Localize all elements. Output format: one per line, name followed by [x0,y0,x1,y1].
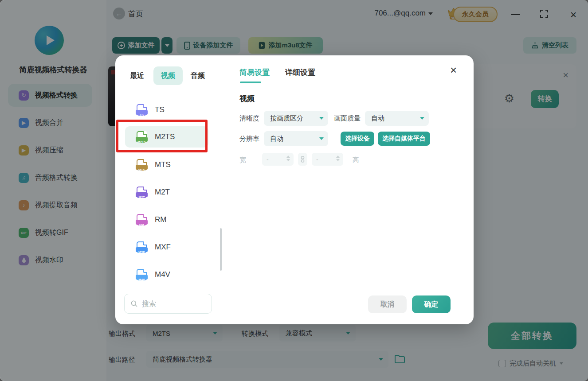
search-icon [131,300,137,307]
annotation-highlight-box [116,120,208,152]
tab-simple-settings[interactable]: 简易设置 [239,67,270,78]
app-window: 简鹿视频格式转换器 ↻ 视频格式转换 ▶ 视频合并 ▶ 视频压缩 ♫ 音频格式转… [0,0,588,381]
m4v-file-icon: M4V [136,269,148,280]
select-device-button[interactable]: 选择设备 [341,132,374,146]
select-platform-button[interactable]: 选择自媒体平台 [378,132,430,146]
resolution-label: 分辨率 [239,135,259,143]
format-item-mts[interactable]: MTS MTS [125,154,208,175]
quality-label: 画面质量 [334,114,361,123]
height-stepper[interactable]: - [312,153,343,166]
width-label: 宽 [239,156,246,164]
tab-detail-settings[interactable]: 详细设置 [285,67,315,78]
width-stepper[interactable]: - [262,153,294,166]
active-tab-underline [240,82,261,83]
format-search-box[interactable] [124,294,212,314]
chevron-down-icon [319,117,324,120]
tab-video[interactable]: 视频 [153,66,183,85]
resolution-select[interactable]: 自动 [264,131,328,146]
mts-file-icon: MTS [136,159,148,171]
format-item-ts[interactable]: TS TS [125,99,208,121]
format-item-m4v[interactable]: M4V M4V [125,264,208,285]
mxf-file-icon: MXF [136,241,148,253]
format-item-rm[interactable]: RM RM [125,209,208,230]
ts-file-icon: TS [136,104,148,116]
format-list-scrollbar[interactable] [220,228,222,271]
tab-audio[interactable]: 音频 [191,71,205,81]
aspect-ratio-link-icon[interactable] [298,153,307,166]
height-label: 高 [353,156,359,164]
clarity-select[interactable]: 按画质区分 [264,111,328,126]
clarity-label: 清晰度 [239,114,259,123]
format-item-m2t[interactable]: M2T M2T [125,182,208,203]
modal-close-icon[interactable]: × [450,64,457,76]
video-section-title: 视频 [239,93,255,104]
chevron-down-icon [420,117,424,120]
stepper-arrows-icon[interactable] [286,156,290,161]
quality-select[interactable]: 自动 [365,111,429,126]
ok-button[interactable]: 确定 [412,295,451,313]
search-input[interactable] [141,299,200,308]
chevron-down-icon [319,137,324,140]
format-settings-modal: 最近 视频 音频 TS TS M2TS M2TS MTS MTS M2T M2T… [115,55,474,324]
format-item-mxf[interactable]: MXF MXF [125,237,208,258]
rm-file-icon: RM [136,214,148,225]
cancel-button[interactable]: 取消 [368,295,407,313]
tab-recent[interactable]: 最近 [130,71,144,81]
m2t-file-icon: M2T [136,187,148,198]
stepper-arrows-icon[interactable] [336,156,340,161]
